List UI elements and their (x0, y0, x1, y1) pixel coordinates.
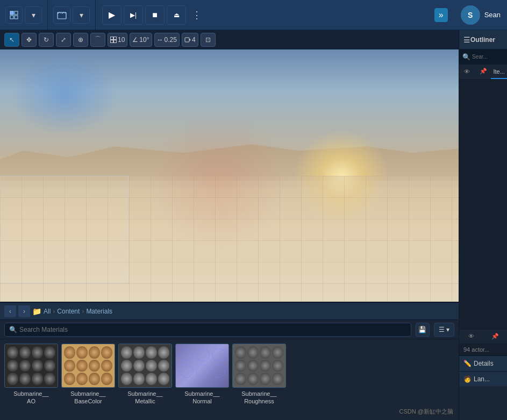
bc-pattern (62, 344, 115, 387)
outliner-search-bar: 🔍 (459, 49, 507, 65)
stop-button[interactable]: ■ (145, 5, 165, 25)
scale-snap-button[interactable]: ↔ 0.25 (154, 33, 180, 47)
svg-rect-8 (114, 40, 117, 42)
main-area: ↖ ✥ ↻ ⤢ ⊕ ⌒ 10 ∠ 10° ↔ 0.25 4 ⊡ (0, 30, 507, 420)
grid-value: 10 (118, 36, 125, 44)
svg-rect-0 (10, 11, 13, 15)
scale-button[interactable]: ⤢ (56, 33, 71, 47)
sequence-dropdown-button[interactable]: ▾ (73, 6, 90, 24)
rotate-button[interactable]: ↻ (39, 33, 54, 47)
details-title: Details (474, 360, 494, 367)
outliner-title: Outliner (470, 36, 495, 44)
user-name: Sean (484, 11, 501, 19)
outliner-tab-pin2[interactable]: 📌 (483, 330, 508, 344)
outliner-tab-eye[interactable]: 👁 (459, 65, 475, 79)
viewport-3d[interactable] (0, 49, 459, 302)
outliner-header: ☰ Outliner (459, 30, 507, 49)
user-section: S Sean (454, 5, 507, 25)
svg-rect-1 (15, 11, 18, 15)
outliner-search-icon: 🔍 (462, 53, 470, 61)
asset-card-normal[interactable]: Submarine__ Normal (175, 344, 229, 405)
asset-card-basecolor[interactable]: Submarine__ BaseColor (61, 344, 115, 405)
filter-options-button[interactable]: ☰ ▾ (434, 323, 454, 337)
scene-tool-1-button[interactable] (5, 6, 23, 24)
right-panel: ☰ Outliner 🔍 👁 📌 Ite... 👁 (459, 30, 507, 420)
asset-thumb-ao (4, 344, 58, 388)
asset-card-metallic[interactable]: Submarine__ Metallic (118, 344, 172, 405)
angle-button[interactable]: ∠ 10° (130, 33, 152, 47)
play-button[interactable]: ▶ (102, 5, 122, 25)
actor-count: 94 actor... (459, 344, 507, 355)
asset-label-normal: Submarine__ Normal (175, 390, 229, 405)
svg-point-16 (212, 365, 225, 378)
camera-speed-value: 4 (192, 36, 196, 44)
outliner-tab-items[interactable]: Ite... (491, 65, 507, 79)
r-pattern (233, 344, 285, 387)
outliner-icon: ☰ (463, 35, 470, 44)
grid-button[interactable]: 10 (108, 33, 127, 47)
asset-card-roughness[interactable]: Submarine__ Roughness (232, 344, 286, 405)
outliner-tab-eye2[interactable]: 👁 (459, 330, 483, 344)
back-button[interactable]: ‹ (4, 305, 16, 317)
blue-glow-effect (11, 55, 118, 136)
items-label: Ite... (493, 68, 504, 75)
svg-rect-7 (111, 40, 113, 42)
n-inner (176, 344, 228, 387)
eject-button[interactable]: ⏏ (167, 5, 186, 25)
forward-button[interactable]: › (18, 305, 30, 317)
play-more-button[interactable]: ⋮ (188, 6, 205, 24)
viewport-panel: ↖ ✥ ↻ ⤢ ⊕ ⌒ 10 ∠ 10° ↔ 0.25 4 ⊡ (0, 30, 459, 420)
breadcrumb-materials[interactable]: Materials (86, 308, 112, 315)
svg-point-14 (180, 365, 193, 378)
select-mode-button[interactable]: ↖ (4, 33, 19, 47)
world-button[interactable]: ⊕ (73, 33, 88, 47)
m-pattern (119, 344, 172, 387)
asset-card-ao[interactable]: Submarine__ AO (4, 344, 58, 405)
ao-pattern (5, 344, 58, 387)
outliner-tab-pin[interactable]: 📌 (475, 65, 491, 79)
asset-label-ao: Submarine__ AO (4, 390, 58, 405)
selection-rectangle (0, 176, 129, 283)
surface-snap-button[interactable]: ⌒ (90, 33, 105, 47)
asset-thumb-metallic (118, 344, 172, 388)
particle-trail (138, 100, 299, 261)
svg-rect-9 (185, 38, 189, 42)
pencil-icon: ✏️ (463, 360, 472, 367)
asset-label-basecolor: Submarine__ BaseColor (61, 390, 115, 405)
outliner-content (459, 80, 507, 329)
breadcrumb-content[interactable]: Content (57, 308, 80, 315)
watermark: CSDN @新缸中之脑 (399, 408, 453, 416)
scene-tool-dropdown-button[interactable]: ▾ (25, 6, 42, 24)
camera-speed-button[interactable]: 4 (182, 33, 198, 47)
asset-label-roughness: Submarine__ Roughness (232, 390, 286, 405)
svg-rect-3 (15, 16, 18, 19)
asset-thumb-basecolor (61, 344, 115, 388)
save-filter-button[interactable]: 💾 (416, 323, 430, 337)
extend-toolbar-button[interactable]: » (434, 8, 448, 22)
search-input[interactable] (19, 326, 406, 333)
content-browser: ‹ › 📁 All › Content › Materials 🔍 💾 ☰ ▾ (0, 302, 459, 420)
sequence-tools-section: ▾ (48, 0, 96, 30)
scale-snap-value: 0.25 (165, 36, 177, 44)
landscape-header[interactable]: 🧑 Lan... (459, 371, 507, 386)
angle-value: 10° (139, 36, 149, 44)
pin2-icon: 📌 (491, 333, 499, 340)
play-controls: ▶ ▶| ■ ⏏ ⋮ (96, 5, 212, 25)
outliner-tabs-2: 👁 📌 (459, 329, 507, 344)
details-header[interactable]: ✏️ Details (459, 356, 507, 371)
outliner-search-input[interactable] (472, 54, 504, 60)
folder-icon: 📁 (32, 307, 41, 316)
asset-thumb-roughness (232, 344, 286, 388)
person-icon: 🧑 (463, 375, 472, 383)
sequence-tool-button[interactable] (53, 6, 70, 24)
svg-rect-6 (114, 37, 117, 39)
details-panel: ✏️ Details 🧑 Lan... (459, 355, 507, 420)
svg-point-11 (180, 348, 193, 361)
maximize-viewport-button[interactable]: ⊡ (201, 33, 216, 47)
svg-rect-5 (111, 37, 113, 39)
step-button[interactable]: ▶| (124, 5, 143, 25)
asset-label-metallic: Submarine__ Metallic (118, 390, 172, 405)
transform-button[interactable]: ✥ (22, 33, 37, 47)
search-icon: 🔍 (9, 326, 17, 333)
breadcrumb-all[interactable]: All (44, 308, 51, 315)
